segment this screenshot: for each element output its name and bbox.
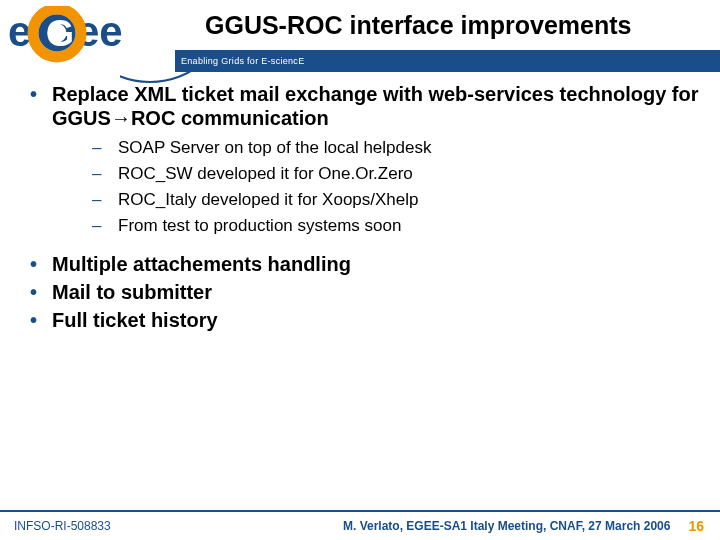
- footer-left: INFSO-RI-508833: [0, 519, 111, 533]
- slide-subtitle: Enabling Grids for E-sciencE: [181, 56, 304, 66]
- sub-bullet-item: – ROC_Italy developed it for Xoops/Xhelp: [92, 188, 700, 212]
- dash-icon: –: [92, 136, 118, 160]
- sub-bullet-text: From test to production systems soon: [118, 214, 401, 238]
- slide-header: e ee G GGUS-ROC interface improvements E…: [0, 0, 720, 72]
- sub-bullet-item: – From test to production systems soon: [92, 214, 700, 238]
- dash-icon: –: [92, 188, 118, 212]
- subtitle-bar: Enabling Grids for E-sciencE: [175, 50, 720, 72]
- bullet-icon: •: [30, 82, 52, 130]
- dash-icon: –: [92, 162, 118, 186]
- sub-bullet-text: ROC_SW developed it for One.Or.Zero: [118, 162, 413, 186]
- sub-list: – SOAP Server on top of the local helpde…: [92, 136, 700, 238]
- dash-icon: –: [92, 214, 118, 238]
- bullet-item: • Mail to submitter: [30, 280, 700, 304]
- bullet-text: Replace XML ticket mail exchange with we…: [52, 82, 700, 130]
- bullet-text: Full ticket history: [52, 308, 218, 332]
- slide-footer: INFSO-RI-508833 M. Verlato, EGEE-SA1 Ita…: [0, 510, 720, 540]
- sub-bullet-text: SOAP Server on top of the local helpdesk: [118, 136, 431, 160]
- footer-page-number: 16: [688, 518, 720, 534]
- bullet-text: Multiple attachements handling: [52, 252, 351, 276]
- slide-title: GGUS-ROC interface improvements: [205, 11, 632, 40]
- logo-letter-g: G: [46, 13, 74, 54]
- sub-bullet-item: – SOAP Server on top of the local helpde…: [92, 136, 700, 160]
- bullet-text: Mail to submitter: [52, 280, 212, 304]
- bullet-icon: •: [30, 252, 52, 276]
- bullet-icon: •: [30, 308, 52, 332]
- title-bar: GGUS-ROC interface improvements: [175, 0, 720, 50]
- bullet-icon: •: [30, 280, 52, 304]
- sub-bullet-text: ROC_Italy developed it for Xoops/Xhelp: [118, 188, 419, 212]
- bullet-item: • Replace XML ticket mail exchange with …: [30, 82, 700, 130]
- bullet-item: • Multiple attachements handling: [30, 252, 700, 276]
- slide-content: • Replace XML ticket mail exchange with …: [30, 82, 700, 336]
- sub-bullet-item: – ROC_SW developed it for One.Or.Zero: [92, 162, 700, 186]
- bullet-item: • Full ticket history: [30, 308, 700, 332]
- footer-center: M. Verlato, EGEE-SA1 Italy Meeting, CNAF…: [111, 519, 689, 533]
